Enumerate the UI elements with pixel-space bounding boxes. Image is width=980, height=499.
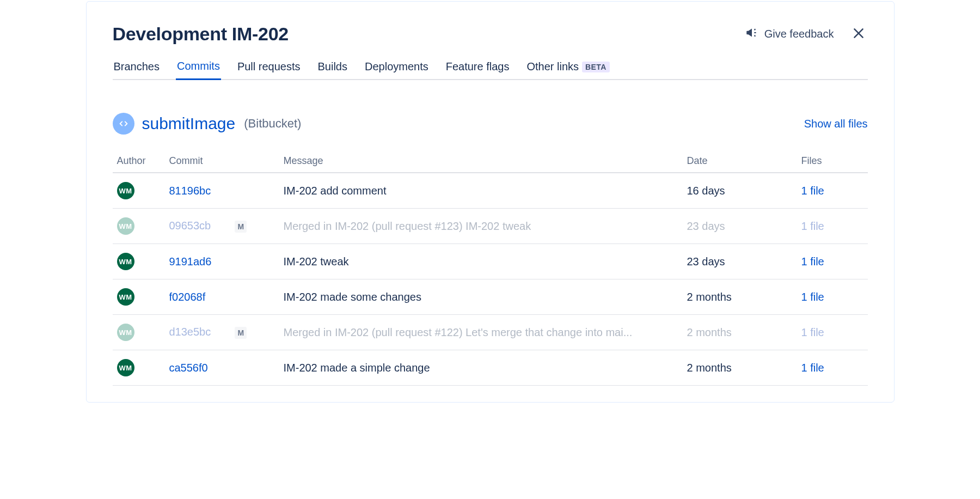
megaphone-icon [745,26,759,42]
tab-label: Other links [526,60,579,73]
commit-message: Merged in IM-202 (pull request #122) Let… [284,326,633,338]
avatar: WM [117,253,134,270]
table-row: WM81196bcIM-202 add comment16 days1 file [113,173,868,209]
commit-date: 2 months [687,362,732,374]
avatar: WM [117,324,134,341]
commit-files-link[interactable]: 1 file [801,326,824,338]
tabs: BranchesCommitsPull requestsBuildsDeploy… [113,60,868,80]
commit-hash-link[interactable]: 9191ad6 [169,255,212,267]
repo-host-label: (Bitbucket) [244,117,301,131]
tab-label: Branches [114,60,160,73]
commit-hash-link[interactable]: f02068f [169,291,206,303]
avatar: WM [117,182,134,199]
repo-name-link[interactable]: submitImage [142,114,236,133]
commit-message: IM-202 add comment [284,185,387,197]
tab-label: Builds [318,60,347,73]
tab-pull-requests[interactable]: Pull requests [236,60,302,80]
dialog-header: Development IM-202 Give feedback [113,23,868,45]
commit-files-link[interactable]: 1 file [801,362,824,374]
col-date: Date [683,150,797,173]
page-title: Development IM-202 [113,23,289,45]
table-row: WM09653cbMMerged in IM-202 (pull request… [113,209,868,244]
repo-row: submitImage (Bitbucket) Show all files [113,113,868,135]
header-actions: Give feedback [745,25,868,44]
tab-deployments[interactable]: Deployments [364,60,430,80]
commit-date: 23 days [687,220,725,232]
avatar: WM [117,217,134,235]
beta-badge: BETA [582,62,610,72]
merge-tag: M [235,327,247,339]
commit-date: 2 months [687,326,732,338]
commit-date: 23 days [687,255,725,267]
commit-hash-link[interactable]: ca556f0 [169,362,208,374]
table-row: WMd13e5bcMMerged in IM-202 (pull request… [113,315,868,350]
commit-files-link[interactable]: 1 file [801,185,824,197]
give-feedback-button[interactable]: Give feedback [745,26,834,42]
commit-date: 2 months [687,291,732,303]
merge-tag: M [235,221,247,233]
commit-hash-link[interactable]: 09653cb [169,220,211,232]
code-icon [113,113,134,135]
tab-label: Commits [177,60,220,72]
tab-label: Feature flags [446,60,510,73]
commit-files-link[interactable]: 1 file [801,291,824,303]
table-header-row: Author Commit Message Date Files [113,150,868,173]
commits-table: Author Commit Message Date Files WM81196… [113,150,868,386]
tab-label: Pull requests [237,60,301,73]
give-feedback-label: Give feedback [764,28,834,40]
table-row: WMca556f0IM-202 made a simple change2 mo… [113,350,868,386]
commit-hash-link[interactable]: 81196bc [169,185,211,197]
table-row: WM9191ad6IM-202 tweak23 days1 file [113,244,868,279]
commit-files-link[interactable]: 1 file [801,255,824,267]
col-message: Message [279,150,683,173]
tab-feature-flags[interactable]: Feature flags [445,60,511,80]
commit-message: IM-202 made some changes [284,291,421,303]
tab-label: Deployments [365,60,428,73]
repo-left: submitImage (Bitbucket) [113,113,302,135]
tab-other-links[interactable]: Other linksBETA [525,60,610,80]
avatar: WM [117,359,134,376]
commit-message: Merged in IM-202 (pull request #123) IM-… [284,220,531,232]
col-files: Files [797,150,868,173]
tab-builds[interactable]: Builds [317,60,348,80]
commit-date: 16 days [687,185,725,197]
close-icon [852,26,866,42]
table-row: WMf02068fIM-202 made some changes2 month… [113,279,868,315]
col-author: Author [113,150,165,173]
tab-commits[interactable]: Commits [176,60,221,80]
commit-message: IM-202 made a simple change [284,362,430,374]
col-commit: Commit [165,150,279,173]
commit-message: IM-202 tweak [284,255,349,267]
tab-branches[interactable]: Branches [113,60,161,80]
commit-hash-link[interactable]: d13e5bc [169,326,211,338]
development-dialog: Development IM-202 Give feedback Branche… [86,1,895,403]
avatar: WM [117,288,134,306]
commit-files-link[interactable]: 1 file [801,220,824,232]
show-all-files-link[interactable]: Show all files [804,118,868,130]
close-button[interactable] [849,25,868,44]
